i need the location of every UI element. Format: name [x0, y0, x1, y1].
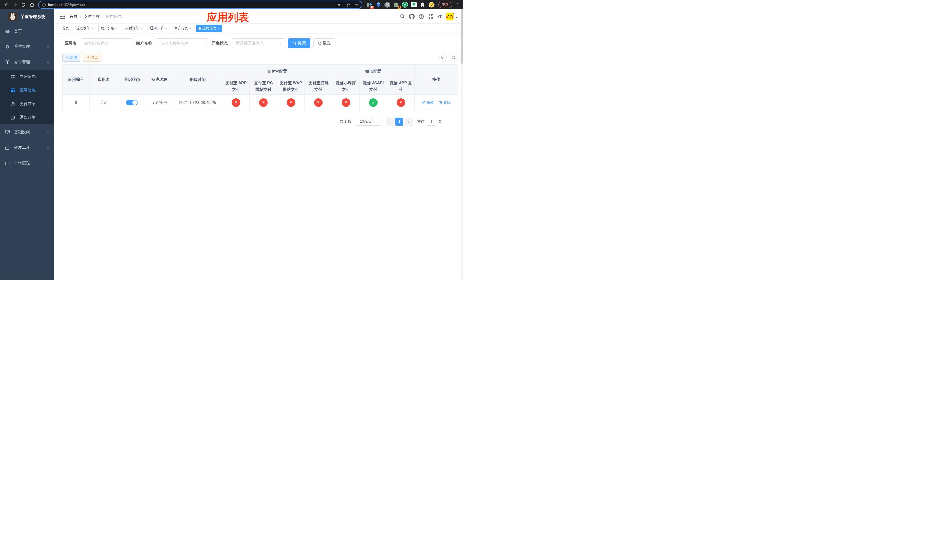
app-name-input[interactable] — [81, 38, 132, 48]
refresh-table-button[interactable] — [450, 53, 458, 62]
tag-home[interactable]: 首页 — [59, 25, 71, 32]
status-select[interactable]: 请选择开启状态 — [232, 38, 285, 48]
close-icon[interactable]: × — [91, 27, 94, 30]
col-header-alipay-app: 支付宝 APP 支付 — [222, 78, 250, 95]
chrome-update-button[interactable]: 更新 — [438, 2, 452, 8]
extension-y-icon[interactable]: y — [402, 2, 408, 8]
sidebar-item-pay-orders[interactable]: ¥ 支付订单 — [0, 97, 54, 111]
chevron-down-icon — [47, 146, 50, 149]
sidebar-item-workflow[interactable]: 工作流程 — [0, 155, 54, 171]
sidebar-item-system[interactable]: 系统管理 — [0, 39, 54, 54]
reset-button[interactable]: 重置 — [313, 38, 336, 48]
breadcrumb-section[interactable]: 支付管理 — [84, 14, 100, 19]
status-switch[interactable] — [126, 100, 138, 105]
site-info-icon[interactable] — [42, 3, 46, 7]
prev-page-button[interactable]: ‹ — [386, 118, 394, 126]
recorder-badge: 1 — [398, 6, 401, 9]
forward-button[interactable] — [11, 1, 19, 9]
sidebar-item-merchant-info[interactable]: 商户信息 — [0, 70, 54, 83]
col-header-created: 创建时间 — [173, 65, 222, 95]
tag-pay-orders[interactable]: 支付订单× — [123, 25, 145, 32]
export-button[interactable]: 导出 — [83, 53, 101, 62]
fullscreen-button[interactable] — [428, 14, 433, 19]
sidebar-item-infrastructure[interactable]: 基础设施 — [0, 124, 54, 140]
password-key-icon[interactable] — [338, 3, 342, 7]
page-scrollbar[interactable] — [461, 9, 463, 280]
sidebar-item-label: 工作流程 — [14, 160, 30, 165]
tag-app-info-active[interactable]: 应用信息× — [196, 25, 222, 32]
page-number-current[interactable]: 1 — [395, 118, 403, 126]
merchant-name-input[interactable] — [157, 38, 208, 48]
edit-link[interactable]: 修改 — [422, 100, 434, 105]
breadcrumb-home[interactable]: 首页 — [70, 14, 77, 19]
col-header-app-id: 应用编号 — [63, 65, 90, 95]
trash-icon — [439, 101, 442, 104]
page-content: 应用名 商户名称 开启状态 请选择开启状态 搜索 — [54, 33, 463, 126]
extension-badge: 10 — [370, 6, 374, 9]
extension-panels-icon[interactable]: 10 — [366, 2, 373, 8]
add-button[interactable]: 新增 — [62, 53, 80, 62]
page-size-select[interactable]: 10条/页 — [356, 118, 381, 126]
close-icon[interactable]: × — [189, 27, 191, 30]
sidebar-item-label: 支付订单 — [20, 101, 36, 106]
share-icon[interactable] — [346, 3, 351, 7]
tag-process-form[interactable]: 流程表单× — [74, 25, 96, 32]
docs-help-button[interactable]: ? — [419, 14, 424, 19]
sidebar-item-app-info[interactable]: 应用信息 — [0, 83, 54, 97]
chevron-down-icon — [374, 120, 377, 123]
close-icon[interactable]: × — [116, 27, 118, 30]
sidebar-item-payment[interactable]: ¥ 支付管理 — [0, 54, 54, 70]
search-form: 应用名 商户名称 开启状态 请选择开启状态 搜索 — [62, 38, 458, 48]
bookmark-star-icon[interactable]: ☆ — [355, 3, 359, 7]
tag-refund-orders[interactable]: 退款订单× — [147, 25, 169, 32]
search-button[interactable]: 搜索 — [288, 38, 310, 48]
forward-icon — [12, 2, 17, 7]
table-row: 6 芋道 芋道源码 2021-10-23 08:49:25 — [63, 95, 458, 111]
user-avatar-menu[interactable] — [446, 12, 458, 20]
status-alipay-wap-icon — [287, 98, 295, 107]
github-button[interactable] — [409, 14, 415, 19]
close-icon[interactable]: × — [218, 27, 219, 30]
col-header-alipay-wap: 支付宝 WAP 网站支付 — [277, 78, 305, 95]
back-button[interactable] — [2, 1, 10, 9]
extension-recorder-icon[interactable]: 1 — [393, 2, 399, 8]
search-icon — [293, 42, 297, 45]
extension-kite-icon[interactable] — [375, 2, 381, 8]
extension-command-icon[interactable]: ⌘ — [384, 2, 390, 8]
home-button[interactable] — [28, 1, 36, 9]
toggle-search-button[interactable] — [439, 53, 447, 62]
goto-page-input[interactable] — [427, 118, 436, 126]
font-size-button[interactable]: TT — [437, 14, 442, 19]
sidebar-item-dev-tools[interactable]: 研发工具 — [0, 140, 54, 155]
tag-user-group[interactable]: 用户分组× — [98, 25, 121, 32]
reload-button[interactable] — [20, 1, 27, 9]
kite-icon — [376, 2, 381, 8]
url-bar[interactable]: localhost:1024/pay/app ☆ — [38, 1, 363, 9]
extension-chat-icon[interactable] — [411, 2, 417, 8]
header-search-button[interactable] — [400, 14, 405, 19]
logo-rabbit-image — [8, 12, 17, 21]
status-wechat-jsapi-icon — [369, 98, 378, 107]
extensions-strip: 10 ⌘ 1 y — [365, 2, 436, 8]
sidebar-item-refund-orders[interactable]: 退款订单 — [0, 111, 54, 124]
caret-down-icon — [455, 17, 458, 18]
plus-icon — [66, 56, 69, 59]
profile-avatar[interactable] — [428, 2, 434, 8]
col-header-app-name: 应用名 — [90, 65, 118, 95]
sidebar-item-home[interactable]: 首页 — [0, 24, 54, 39]
sidebar-collapse-button[interactable] — [59, 14, 65, 19]
tag-merchant-info[interactable]: 商户信息× — [172, 25, 194, 32]
grid-icon — [11, 88, 15, 92]
total-count: 共 1 条 — [340, 119, 351, 124]
delete-link[interactable]: 删除 — [439, 100, 451, 105]
scrollbar-thumb[interactable] — [461, 9, 463, 64]
chevron-down-icon — [47, 131, 50, 134]
close-icon[interactable]: × — [165, 27, 167, 30]
browser-window: localhost:1024/pay/app ☆ 10 ⌘ 1 — [0, 0, 463, 280]
browser-menu-button[interactable]: ⋮ — [454, 3, 461, 7]
extensions-puzzle-button[interactable] — [419, 2, 426, 8]
close-icon[interactable]: × — [141, 27, 142, 30]
sidebar-logo[interactable]: 芋道管理系统 — [0, 9, 54, 24]
chevron-up-icon — [47, 61, 50, 64]
next-page-button[interactable]: › — [405, 118, 413, 126]
